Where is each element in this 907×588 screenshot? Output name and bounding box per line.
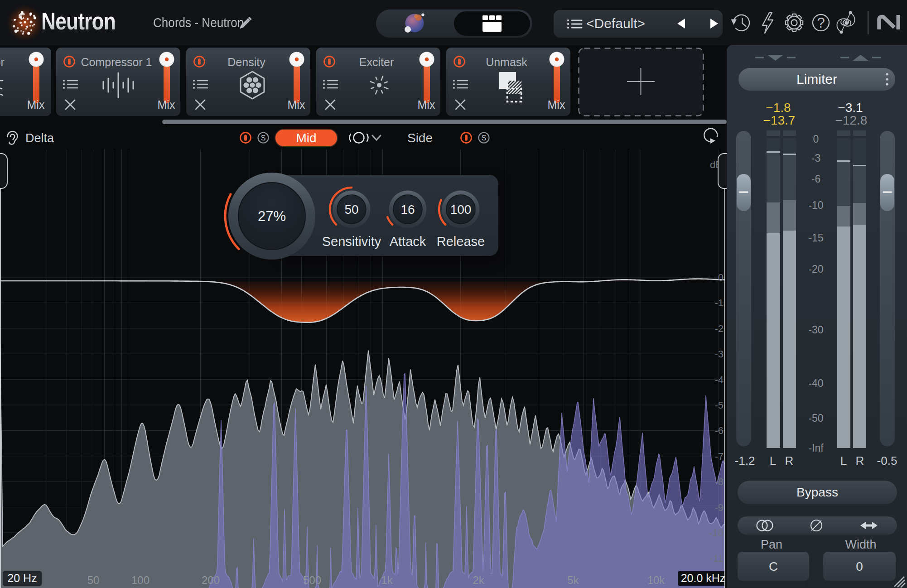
svg-text:-6: -6 [811,173,820,185]
svg-text:2k: 2k [473,574,484,586]
svg-text:Width: Width [845,538,876,551]
svg-text:16: 16 [400,202,415,217]
svg-text:Side: Side [407,131,433,145]
svg-text:-4: -4 [714,374,724,386]
svg-text:200: 200 [202,574,220,586]
svg-text:0: 0 [718,272,724,283]
svg-text:L: L [770,454,776,468]
svg-text:-15: -15 [808,232,823,244]
svg-text:S: S [261,134,266,142]
svg-text:Limiter: Limiter [796,72,837,87]
svg-text:50: 50 [344,202,358,217]
svg-text:0: 0 [856,559,863,574]
svg-text:-10: -10 [709,527,724,539]
svg-text:-3: -3 [714,348,724,360]
svg-text:100: 100 [450,202,472,217]
svg-text:C: C [769,559,778,574]
svg-text:Density: Density [227,56,265,68]
svg-text:S: S [482,134,487,142]
svg-text:−13.7: −13.7 [763,113,796,127]
svg-text:Compressor 1: Compressor 1 [81,56,152,68]
svg-text:−3.1: −3.1 [838,101,863,115]
svg-text:0: 0 [813,133,819,145]
svg-text:Mix: Mix [27,98,45,111]
svg-text:−12.8: −12.8 [835,113,868,127]
svg-text:-11: -11 [710,553,724,564]
svg-text:R: R [785,454,794,468]
svg-text:?: ? [817,15,825,31]
svg-text:Mix: Mix [158,98,175,111]
svg-text:Delta: Delta [25,131,54,145]
svg-text:-6: -6 [714,425,724,436]
svg-text:Pan: Pan [761,538,782,551]
svg-text:-20: -20 [808,263,823,275]
svg-text:20 Hz: 20 Hz [7,572,37,584]
svg-text:-5: -5 [714,400,724,411]
svg-text:50: 50 [87,574,100,586]
svg-text:-0.5: -0.5 [877,454,897,468]
svg-text:Mix: Mix [288,98,305,111]
svg-text:27%: 27% [258,208,286,224]
svg-text:Sculptor: Sculptor [0,56,5,68]
svg-text:500: 500 [303,574,321,586]
svg-text:-40: -40 [808,377,823,389]
svg-text:Unmask: Unmask [486,56,527,68]
svg-text:−1.8: −1.8 [766,101,791,115]
svg-text:-2: -2 [714,323,724,334]
svg-text:Exciter: Exciter [359,56,394,68]
svg-text:-Inf: -Inf [808,442,824,454]
svg-text:5k: 5k [567,574,579,586]
svg-text:1k: 1k [381,574,393,586]
svg-text:-8: -8 [714,476,724,487]
svg-text:Mix: Mix [418,98,435,111]
svg-text:R: R [856,454,864,468]
svg-text:-30: -30 [808,324,823,336]
svg-text:-10: -10 [808,199,823,211]
svg-text:-7: -7 [714,451,724,462]
svg-text:L: L [840,454,847,468]
svg-text:-3: -3 [811,152,820,164]
svg-text:20.0 kHz: 20.0 kHz [681,572,725,584]
svg-text:-1: -1 [714,297,724,308]
svg-text:Mix: Mix [548,98,565,111]
svg-text:Bypass: Bypass [796,485,838,499]
svg-text:Sensitivity: Sensitivity [322,234,381,249]
svg-text:-9: -9 [714,502,724,513]
svg-text:10k: 10k [647,574,666,586]
svg-text:Attack: Attack [390,234,426,249]
svg-text:-1.2: -1.2 [735,454,755,468]
svg-text:100: 100 [131,574,150,586]
svg-text:Mid: Mid [296,131,316,145]
svg-text:-50: -50 [808,412,823,424]
svg-text:Release: Release [437,234,485,249]
